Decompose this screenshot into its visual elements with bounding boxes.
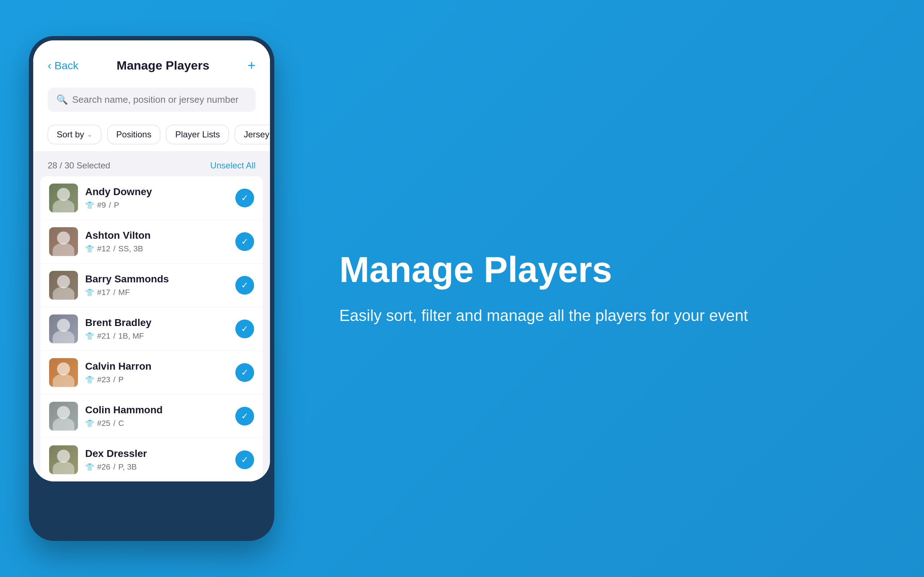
player-details: 👕 #9 / P bbox=[85, 200, 228, 210]
player-lists-filter-button[interactable]: Player Lists bbox=[166, 125, 229, 144]
filter-bar: Sort by ⌄ Positions Player Lists Jersey … bbox=[33, 119, 270, 152]
table-row[interactable]: Brent Bradley 👕 #21 / 1B, MF ✓ bbox=[40, 307, 263, 351]
player-name: Calvin Harron bbox=[85, 361, 228, 372]
player-position: P bbox=[118, 375, 124, 384]
jersey-color-filter-button[interactable]: Jersey Color bbox=[234, 125, 270, 144]
positions-filter-button[interactable]: Positions bbox=[107, 125, 160, 144]
player-name: Ashton Vilton bbox=[85, 230, 228, 241]
jersey-number: #26 bbox=[97, 462, 110, 472]
avatar bbox=[49, 271, 78, 300]
player-details: 👕 #21 / 1B, MF bbox=[85, 331, 228, 341]
player-name: Andy Downey bbox=[85, 186, 228, 198]
player-position: P bbox=[114, 200, 120, 210]
search-icon: 🔍 bbox=[56, 94, 68, 105]
player-position: C bbox=[118, 419, 124, 428]
player-details: 👕 #17 / MF bbox=[85, 288, 228, 297]
selected-checkbox[interactable]: ✓ bbox=[235, 189, 254, 207]
jersey-number: #23 bbox=[97, 375, 110, 384]
player-info: Colin Hammond 👕 #25 / C bbox=[85, 404, 228, 428]
selected-checkbox[interactable]: ✓ bbox=[235, 319, 254, 338]
search-input[interactable] bbox=[72, 94, 247, 105]
player-position: P, 3B bbox=[118, 462, 137, 472]
promo-description: Easily sort, filter and manage all the p… bbox=[339, 304, 874, 327]
player-position: SS, 3B bbox=[118, 244, 143, 253]
avatar bbox=[49, 358, 78, 387]
player-details: 👕 #12 / SS, 3B bbox=[85, 244, 228, 253]
avatar bbox=[49, 402, 78, 430]
jersey-number: #21 bbox=[97, 331, 110, 341]
player-info: Calvin Harron 👕 #23 / P bbox=[85, 361, 228, 384]
jersey-color-label: Jersey Color bbox=[244, 129, 270, 140]
back-button[interactable]: ‹ Back bbox=[48, 59, 78, 72]
player-details: 👕 #25 / C bbox=[85, 419, 228, 428]
unselect-all-button[interactable]: Unselect All bbox=[210, 161, 255, 171]
selected-checkbox[interactable]: ✓ bbox=[235, 232, 254, 251]
jersey-number: #17 bbox=[97, 288, 110, 297]
add-player-button[interactable]: + bbox=[247, 58, 255, 73]
table-row[interactable]: Ashton Vilton 👕 #12 / SS, 3B ✓ bbox=[40, 220, 263, 264]
positions-label: Positions bbox=[116, 129, 151, 140]
player-info: Brent Bradley 👕 #21 / 1B, MF bbox=[85, 317, 228, 341]
jersey-icon: 👕 bbox=[85, 288, 94, 297]
player-name: Dex Dressler bbox=[85, 448, 228, 459]
jersey-number: #25 bbox=[97, 419, 110, 428]
table-row[interactable]: Dex Dressler 👕 #26 / P, 3B ✓ bbox=[40, 438, 263, 482]
players-list: Andy Downey 👕 #9 / P ✓ bbox=[40, 176, 263, 482]
player-position: MF bbox=[118, 288, 130, 297]
selection-header: 28 / 30 Selected Unselect All bbox=[33, 152, 270, 176]
player-info: Barry Sammonds 👕 #17 / MF bbox=[85, 273, 228, 297]
jersey-number: #9 bbox=[97, 200, 106, 210]
page-title: Manage Players bbox=[116, 58, 209, 73]
sort-chevron-icon: ⌄ bbox=[87, 131, 92, 139]
player-position: 1B, MF bbox=[118, 331, 144, 341]
promo-content: Manage Players Easily sort, filter and m… bbox=[318, 250, 895, 327]
avatar bbox=[49, 314, 78, 343]
player-info: Ashton Vilton 👕 #12 / SS, 3B bbox=[85, 230, 228, 253]
jersey-icon: 👕 bbox=[85, 463, 94, 471]
jersey-number: #12 bbox=[97, 244, 110, 253]
selection-count: 28 / 30 Selected bbox=[48, 161, 110, 171]
selected-checkbox[interactable]: ✓ bbox=[235, 407, 254, 425]
table-row[interactable]: Barry Sammonds 👕 #17 / MF ✓ bbox=[40, 264, 263, 307]
player-list-container: 28 / 30 Selected Unselect All A bbox=[33, 152, 270, 482]
sort-by-button[interactable]: Sort by ⌄ bbox=[48, 125, 102, 144]
player-name: Barry Sammonds bbox=[85, 273, 228, 285]
table-row[interactable]: Colin Hammond 👕 #25 / C ✓ bbox=[40, 395, 263, 438]
sort-by-label: Sort by bbox=[57, 129, 84, 140]
player-name: Brent Bradley bbox=[85, 317, 228, 329]
player-name: Colin Hammond bbox=[85, 404, 228, 416]
player-details: 👕 #23 / P bbox=[85, 375, 228, 384]
table-row[interactable]: Andy Downey 👕 #9 / P ✓ bbox=[40, 176, 263, 220]
selected-checkbox[interactable]: ✓ bbox=[235, 363, 254, 382]
avatar bbox=[49, 184, 78, 213]
app-header: ‹ Back Manage Players + bbox=[33, 40, 270, 82]
table-row[interactable]: Calvin Harron 👕 #23 / P ✓ bbox=[40, 351, 263, 395]
jersey-icon: 👕 bbox=[85, 332, 94, 340]
avatar bbox=[49, 445, 78, 474]
app-background: ‹ Back Manage Players + 🔍 Sort by ⌄ bbox=[0, 0, 924, 577]
player-lists-label: Player Lists bbox=[175, 129, 220, 140]
jersey-icon: 👕 bbox=[85, 245, 94, 253]
player-details: 👕 #26 / P, 3B bbox=[85, 462, 228, 472]
search-bar: 🔍 bbox=[48, 88, 255, 112]
player-info: Dex Dressler 👕 #26 / P, 3B bbox=[85, 448, 228, 472]
back-chevron-icon: ‹ bbox=[48, 59, 52, 72]
phone-mockup: ‹ Back Manage Players + 🔍 Sort by ⌄ bbox=[29, 36, 274, 541]
jersey-icon: 👕 bbox=[85, 419, 94, 428]
player-info: Andy Downey 👕 #9 / P bbox=[85, 186, 228, 210]
selected-checkbox[interactable]: ✓ bbox=[235, 276, 254, 295]
search-container: 🔍 bbox=[33, 82, 270, 119]
promo-title: Manage Players bbox=[339, 250, 874, 289]
jersey-icon: 👕 bbox=[85, 201, 94, 210]
selected-checkbox[interactable]: ✓ bbox=[235, 450, 254, 469]
jersey-icon: 👕 bbox=[85, 376, 94, 384]
phone-screen: ‹ Back Manage Players + 🔍 Sort by ⌄ bbox=[33, 40, 270, 482]
back-label: Back bbox=[55, 60, 79, 72]
avatar bbox=[49, 227, 78, 256]
